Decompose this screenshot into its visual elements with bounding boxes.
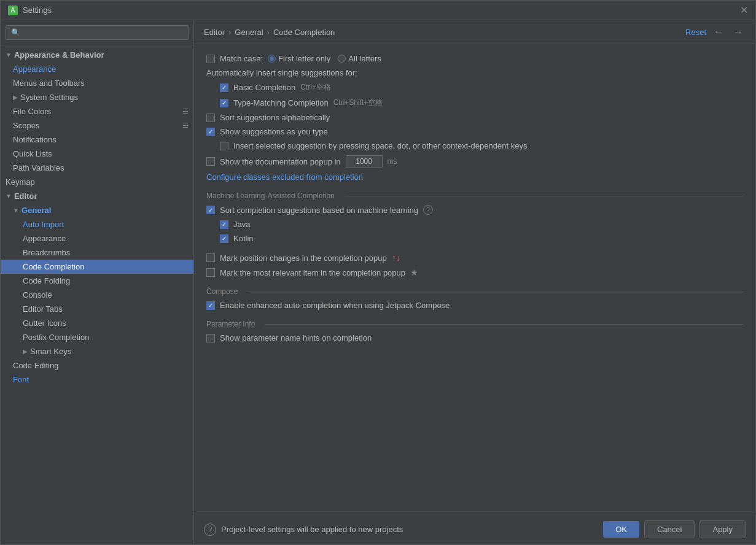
breadcrumb: Editor › General › Code Completion	[204, 28, 335, 37]
letter-radio-group: First letter only All letters	[268, 54, 381, 63]
sidebar-item-auto-import[interactable]: Auto Import	[1, 217, 193, 231]
sidebar-item-appearance-behavior[interactable]: Appearance & Behavior	[1, 48, 193, 62]
first-letter-option[interactable]: First letter only	[268, 54, 330, 63]
doc-popup-value-input[interactable]	[346, 155, 383, 168]
breadcrumb-editor: Editor	[204, 28, 225, 37]
breadcrumb-sep-1: ›	[228, 28, 231, 37]
show-doc-popup-checkbox[interactable]	[206, 157, 215, 166]
help-icon[interactable]: ?	[204, 524, 216, 536]
sidebar-item-appearance-editor[interactable]: Appearance	[1, 231, 193, 245]
basic-completion-label: Basic Completion	[233, 83, 295, 92]
chevron-right-icon	[23, 348, 28, 355]
sidebar-item-path-variables[interactable]: Path Variables	[1, 161, 193, 175]
search-box	[1, 20, 193, 45]
sidebar-item-editor-tabs[interactable]: Editor Tabs	[1, 302, 193, 316]
sidebar-item-code-editing[interactable]: Code Editing	[1, 358, 193, 373]
sidebar-item-notifications[interactable]: Notifications	[1, 133, 193, 147]
ml-section-label: Machine Learning-Assisted Completion	[206, 191, 340, 200]
panel-header-actions: Reset ← →	[685, 25, 746, 39]
bottom-info-text: Project-level settings will be applied t…	[221, 525, 403, 534]
sidebar-item-system-settings[interactable]: System Settings	[1, 90, 193, 104]
sort-alpha-checkbox[interactable]	[206, 114, 215, 122]
sidebar-item-console[interactable]: Console	[1, 288, 193, 302]
insert-selected-checkbox[interactable]	[220, 142, 228, 150]
sort-alpha-row: Sort suggestions alphabetically	[206, 113, 743, 122]
sidebar-item-scopes[interactable]: Scopes ☰	[1, 118, 193, 133]
ml-sort-label: Sort completion suggestions based on mac…	[220, 206, 418, 215]
kotlin-label: Kotlin	[233, 234, 254, 243]
type-matching-label: Type-Matching Completion	[233, 98, 329, 107]
type-matching-checkbox[interactable]	[220, 99, 228, 107]
java-checkbox[interactable]	[220, 220, 228, 229]
kotlin-checkbox[interactable]	[220, 234, 228, 243]
type-matching-shortcut: Ctrl+Shift+空格	[333, 98, 383, 108]
kotlin-row: Kotlin	[206, 234, 743, 243]
cancel-button[interactable]: Cancel	[644, 520, 695, 538]
sidebar-item-menus-toolbars[interactable]: Menus and Toolbars	[1, 76, 193, 90]
show-param-hints-checkbox[interactable]	[206, 334, 215, 342]
configure-link[interactable]: Configure classes excluded from completi…	[206, 172, 363, 182]
main-content: Appearance & Behavior Appearance Menus a…	[1, 20, 755, 544]
auto-insert-row: Automatically insert single suggestions …	[206, 68, 743, 77]
ml-sort-help-icon[interactable]: ?	[423, 205, 433, 215]
compose-enable-checkbox[interactable]	[206, 301, 215, 310]
all-letters-option[interactable]: All letters	[338, 54, 381, 63]
sidebar-item-quick-lists[interactable]: Quick Lists	[1, 147, 193, 161]
sort-alpha-label: Sort suggestions alphabetically	[220, 113, 330, 122]
title-bar: A Settings ✕	[1, 1, 755, 20]
sidebar-item-postfix-completion[interactable]: Postfix Completion	[1, 330, 193, 344]
mark-position-row: Mark position changes in the completion …	[206, 253, 743, 263]
sidebar-item-file-colors[interactable]: File Colors ☰	[1, 104, 193, 118]
sidebar: Appearance & Behavior Appearance Menus a…	[1, 20, 194, 544]
all-letters-radio[interactable]	[338, 55, 346, 63]
ml-sort-row: Sort completion suggestions based on mac…	[206, 205, 743, 215]
sidebar-item-code-completion[interactable]: Code Completion	[1, 260, 193, 274]
compose-enable-label: Enable enhanced auto-completion when usi…	[220, 301, 450, 310]
sidebar-item-gutter-icons[interactable]: Gutter Icons	[1, 316, 193, 330]
mark-position-checkbox[interactable]	[206, 253, 215, 262]
nav-back-button[interactable]: ←	[711, 25, 726, 39]
mark-relevant-checkbox[interactable]	[206, 268, 215, 277]
java-label: Java	[233, 220, 250, 229]
apply-button[interactable]: Apply	[699, 520, 746, 538]
show-param-hints-label: Show parameter name hints on completion	[220, 333, 372, 342]
compose-section-label: Compose	[206, 287, 243, 296]
basic-completion-checkbox[interactable]	[220, 83, 228, 92]
first-letter-radio[interactable]	[268, 55, 276, 63]
configure-link-row: Configure classes excluded from completi…	[206, 172, 743, 182]
scopes-icon: ☰	[182, 122, 189, 129]
show-suggestions-row: Show suggestions as you type	[206, 127, 743, 136]
ok-button[interactable]: OK	[603, 521, 639, 538]
sidebar-item-code-folding[interactable]: Code Folding	[1, 274, 193, 288]
auto-insert-label: Automatically insert single suggestions …	[206, 68, 357, 77]
sidebar-item-font[interactable]: Font	[1, 373, 193, 387]
ml-sort-checkbox[interactable]	[206, 206, 215, 214]
search-input[interactable]	[6, 25, 189, 40]
type-matching-row: Type-Matching Completion Ctrl+Shift+空格	[206, 98, 743, 108]
breadcrumb-code-completion: Code Completion	[273, 28, 335, 37]
show-suggestions-label: Show suggestions as you type	[220, 127, 328, 136]
mark-relevant-label: Mark the most relevant item in the compl…	[220, 268, 405, 277]
sidebar-item-general[interactable]: General	[1, 203, 193, 217]
first-letter-label: First letter only	[278, 54, 330, 63]
java-row: Java	[206, 220, 743, 229]
mark-relevant-row: Mark the most relevant item in the compl…	[206, 268, 743, 277]
sidebar-item-breadcrumbs[interactable]: Breadcrumbs	[1, 245, 193, 260]
sidebar-item-keymap[interactable]: Keymap	[1, 175, 193, 189]
match-case-checkbox[interactable]	[206, 55, 215, 63]
nav-forward-button[interactable]: →	[731, 25, 746, 39]
breadcrumb-general: General	[235, 28, 263, 37]
close-button[interactable]: ✕	[740, 4, 748, 16]
sidebar-item-smart-keys[interactable]: Smart Keys	[1, 344, 193, 358]
show-suggestions-checkbox[interactable]	[206, 128, 215, 136]
sidebar-item-appearance[interactable]: Appearance	[1, 62, 193, 76]
sidebar-item-editor[interactable]: Editor	[1, 189, 193, 203]
file-colors-icon: ☰	[182, 107, 189, 115]
reset-link[interactable]: Reset	[685, 28, 706, 37]
param-info-section-divider: Parameter Info	[206, 320, 743, 328]
basic-completion-row: Basic Completion Ctrl+空格	[206, 82, 743, 93]
bottom-right: OK Cancel Apply	[603, 520, 746, 538]
basic-completion-shortcut: Ctrl+空格	[300, 82, 331, 93]
match-case-row: Match case: First letter only All letter…	[206, 54, 743, 63]
mark-position-label: Mark position changes in the completion …	[220, 253, 387, 263]
